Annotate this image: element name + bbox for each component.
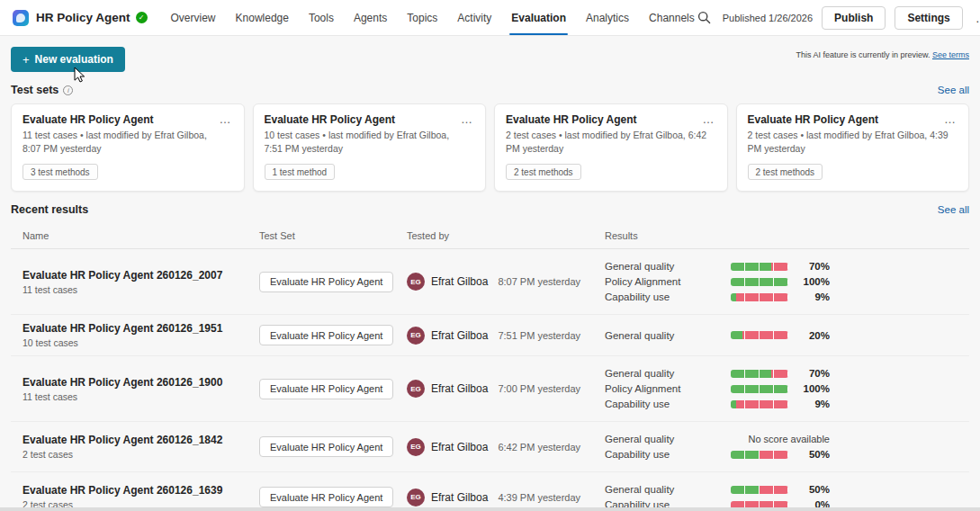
recent-results-see-all-link[interactable]: See all bbox=[938, 204, 969, 215]
recent-results-title: Recent results bbox=[11, 203, 88, 216]
tester-name: Efrat Gilboa bbox=[431, 329, 488, 342]
metric-row: Capability use9% bbox=[605, 399, 830, 409]
test-set-chip[interactable]: Evaluate HR Policy Agent bbox=[259, 325, 393, 345]
card-more-icon[interactable]: … bbox=[942, 113, 958, 125]
results-table: NameTest SetTested byResults Evaluate HR… bbox=[11, 223, 969, 511]
nav-tab-overview[interactable]: Overview bbox=[171, 0, 216, 35]
top-nav: OverviewKnowledgeToolsAgentsTopicsActivi… bbox=[171, 0, 695, 35]
test-set-card-meta: 11 test cases • last modified by Efrat G… bbox=[22, 129, 225, 156]
metric-label: General quality bbox=[605, 330, 725, 341]
test-set-card[interactable]: Evaluate HR Policy Agent … 10 test cases… bbox=[253, 103, 487, 192]
metric-label: Policy Alignment bbox=[605, 276, 725, 287]
search-icon[interactable] bbox=[695, 8, 714, 27]
test-set-cards: Evaluate HR Policy Agent … 11 test cases… bbox=[11, 103, 969, 192]
score-bar bbox=[731, 370, 788, 378]
metric-label: General quality bbox=[605, 261, 725, 272]
test-sets-heading: Test sets i bbox=[11, 84, 73, 96]
metric-row: Policy Alignment100% bbox=[605, 276, 830, 287]
published-status: Published 1/26/2026 bbox=[723, 13, 813, 23]
test-set-card[interactable]: Evaluate HR Policy Agent … 2 test cases … bbox=[736, 103, 970, 192]
test-sets-see-all-link[interactable]: See all bbox=[938, 85, 969, 95]
score-bar bbox=[731, 278, 788, 286]
test-set-chip[interactable]: Evaluate HR Policy Agent bbox=[259, 272, 393, 292]
results-table-body: Evaluate HR Policy Agent 260126_2007 11 … bbox=[11, 249, 969, 511]
nav-tab-analytics[interactable]: Analytics bbox=[586, 0, 629, 35]
column-header-results: Results bbox=[605, 230, 969, 241]
metric-value: 9% bbox=[794, 399, 830, 409]
metrics: General qualityNo score availableCapabil… bbox=[605, 429, 830, 464]
test-set-card-title: Evaluate HR Policy Agent bbox=[506, 113, 637, 126]
test-set-chip[interactable]: Evaluate HR Policy Agent bbox=[259, 436, 393, 457]
metric-value: 70% bbox=[794, 368, 830, 379]
results-table-header: NameTest SetTested byResults bbox=[11, 223, 969, 249]
result-subtext: 11 test cases bbox=[22, 391, 259, 402]
metrics: General quality50%Capability use0% bbox=[605, 480, 830, 511]
new-evaluation-button[interactable]: + New evaluation bbox=[11, 47, 125, 72]
table-row[interactable]: Evaluate HR Policy Agent 260126_1900 11 … bbox=[11, 356, 969, 422]
test-set-card[interactable]: Evaluate HR Policy Agent … 2 test cases … bbox=[494, 103, 728, 192]
card-more-icon[interactable]: … bbox=[459, 113, 474, 125]
table-row[interactable]: Evaluate HR Policy Agent 260126_1842 2 t… bbox=[11, 422, 969, 472]
tester-time: 6:42 PM yesterday bbox=[498, 442, 580, 453]
tester-avatar: EG bbox=[407, 489, 425, 507]
test-set-card-meta: 2 test cases • last modified by Efrat Gi… bbox=[506, 129, 708, 156]
metric-row: Capability use9% bbox=[605, 291, 830, 302]
result-name: Evaluate HR Policy Agent 260126_1842 bbox=[22, 434, 259, 446]
tester-time: 8:07 PM yesterday bbox=[498, 276, 580, 287]
recent-results-heading: Recent results bbox=[11, 203, 88, 216]
info-icon[interactable]: i bbox=[63, 85, 73, 95]
more-options-button[interactable]: … bbox=[972, 9, 980, 27]
tester-name: Efrat Gilboa bbox=[431, 491, 488, 504]
table-row[interactable]: Evaluate HR Policy Agent 260126_1951 10 … bbox=[11, 315, 969, 356]
nav-tab-activity[interactable]: Activity bbox=[457, 0, 491, 35]
metric-label: Capability use bbox=[605, 449, 725, 460]
metrics: General quality70%Policy Alignment100%Ca… bbox=[605, 363, 830, 414]
tester-name: Efrat Gilboa bbox=[431, 441, 488, 453]
see-terms-link[interactable]: See terms bbox=[932, 50, 969, 59]
metric-row: General quality20% bbox=[605, 330, 830, 341]
test-set-card-title: Evaluate HR Policy Agent bbox=[265, 113, 396, 126]
app-logo-icon[interactable] bbox=[13, 10, 29, 26]
test-set-chip[interactable]: Evaluate HR Policy Agent bbox=[259, 487, 393, 507]
column-header-test-set: Test Set bbox=[259, 230, 407, 241]
metric-label: General quality bbox=[605, 368, 725, 379]
test-set-card-badge: 3 test methods bbox=[22, 164, 98, 180]
test-set-card-badge: 2 test methods bbox=[748, 164, 823, 180]
nav-tab-tools[interactable]: Tools bbox=[309, 0, 334, 35]
new-evaluation-label: New evaluation bbox=[35, 53, 113, 66]
card-more-icon[interactable]: … bbox=[218, 113, 233, 125]
test-set-card-badge: 1 test method bbox=[265, 164, 336, 180]
metric-row: Capability use50% bbox=[605, 449, 830, 460]
nav-tab-knowledge[interactable]: Knowledge bbox=[236, 0, 289, 35]
result-subtext: 10 test cases bbox=[22, 337, 259, 348]
metric-value: 50% bbox=[794, 484, 830, 495]
top-bar: HR Policy Agent ✓ OverviewKnowledgeTools… bbox=[0, 0, 980, 36]
card-more-icon[interactable]: … bbox=[701, 113, 716, 125]
column-header-name: Name bbox=[11, 230, 259, 241]
nav-tab-channels[interactable]: Channels bbox=[649, 0, 695, 35]
tester-avatar: EG bbox=[407, 327, 425, 345]
preview-notice: This AI feature is currently in preview.… bbox=[796, 50, 969, 59]
test-set-card[interactable]: Evaluate HR Policy Agent … 11 test cases… bbox=[11, 103, 245, 192]
table-row[interactable]: Evaluate HR Policy Agent 260126_2007 11 … bbox=[11, 249, 969, 315]
test-set-card-title: Evaluate HR Policy Agent bbox=[748, 113, 879, 126]
test-set-chip[interactable]: Evaluate HR Policy Agent bbox=[259, 379, 393, 399]
score-bar bbox=[731, 486, 788, 494]
metric-row: General quality70% bbox=[605, 261, 830, 272]
metric-value: 100% bbox=[794, 276, 830, 287]
metrics: General quality70%Policy Alignment100%Ca… bbox=[605, 256, 830, 307]
score-bar bbox=[731, 451, 788, 459]
tester-time: 7:51 PM yesterday bbox=[498, 330, 580, 341]
result-subtext: 11 test cases bbox=[22, 284, 259, 295]
nav-tab-evaluation[interactable]: Evaluation bbox=[511, 0, 566, 35]
tester-name: Efrat Gilboa bbox=[431, 275, 488, 288]
publish-button[interactable]: Publish bbox=[822, 6, 886, 30]
table-row[interactable]: Evaluate HR Policy Agent 260126_1639 2 t… bbox=[11, 472, 969, 511]
metric-label: Policy Alignment bbox=[605, 383, 725, 394]
settings-button[interactable]: Settings bbox=[895, 6, 962, 30]
nav-tab-agents[interactable]: Agents bbox=[354, 0, 387, 35]
nav-tab-topics[interactable]: Topics bbox=[407, 0, 437, 35]
result-name: Evaluate HR Policy Agent 260126_1900 bbox=[22, 376, 259, 389]
metrics: General quality20% bbox=[605, 326, 830, 345]
metric-value: 70% bbox=[794, 261, 830, 272]
